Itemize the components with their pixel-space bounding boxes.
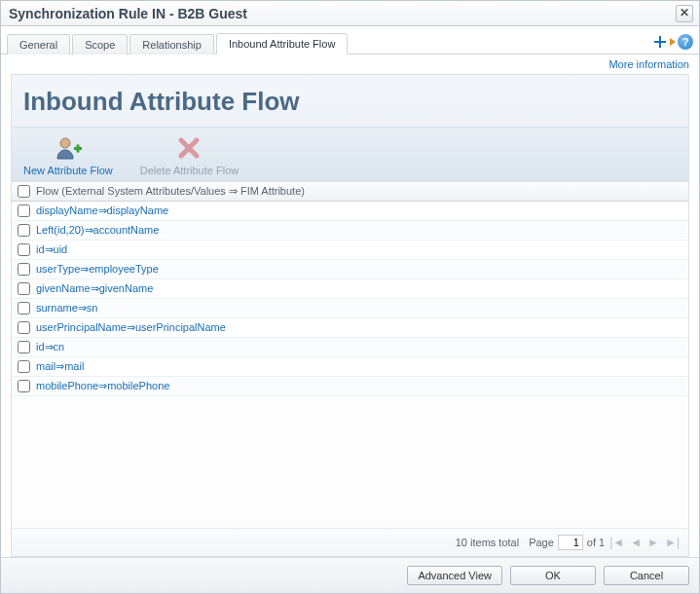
tab-strip: General Scope Relationship Inbound Attri… bbox=[1, 26, 699, 55]
pager-last-icon[interactable]: ►| bbox=[664, 536, 681, 549]
tab-inbound-attribute-flow[interactable]: Inbound Attribute Flow bbox=[216, 33, 348, 55]
pager: Page of 1 |◄ ◄ ► ►| bbox=[529, 535, 681, 550]
row-checkbox[interactable] bbox=[18, 302, 30, 315]
pager-first-icon[interactable]: |◄ bbox=[608, 536, 625, 549]
flow-link[interactable]: displayName⇒displayName bbox=[36, 204, 168, 217]
grid-footer: 10 items total Page of 1 |◄ ◄ ► ►| bbox=[12, 528, 688, 556]
grid-header-row: Flow (External System Attributes/Values … bbox=[12, 181, 688, 202]
dialog-button-bar: Advanced View OK Cancel bbox=[1, 557, 699, 593]
page-label: Page bbox=[529, 537, 554, 548]
row-checkbox[interactable] bbox=[18, 380, 30, 392]
cancel-button[interactable]: Cancel bbox=[604, 566, 689, 585]
toolbar: New Attribute Flow Delete Attribute Flow bbox=[12, 127, 688, 180]
flow-link[interactable]: userType⇒employeeType bbox=[36, 263, 159, 276]
table-row[interactable]: givenName⇒givenName bbox=[12, 279, 688, 299]
flow-link[interactable]: id⇒uid bbox=[36, 243, 67, 256]
flow-link[interactable]: mobilePhone⇒mobilePhone bbox=[36, 380, 169, 392]
content-area: Inbound Attribute Flow New Attribute Flo… bbox=[1, 70, 699, 557]
row-checkbox[interactable] bbox=[18, 243, 30, 256]
row-checkbox[interactable] bbox=[18, 341, 30, 353]
ok-button[interactable]: OK bbox=[510, 566, 596, 585]
page-heading: Inbound Attribute Flow bbox=[23, 87, 677, 117]
table-row[interactable]: id⇒cn bbox=[12, 338, 688, 357]
flow-link[interactable]: givenName⇒givenName bbox=[36, 282, 153, 295]
user-plus-icon bbox=[51, 133, 86, 163]
table-row[interactable]: surname⇒sn bbox=[12, 299, 688, 318]
delete-x-icon bbox=[171, 133, 206, 163]
svg-point-0 bbox=[60, 138, 70, 148]
flow-link[interactable]: id⇒cn bbox=[36, 341, 64, 353]
flow-link[interactable]: surname⇒sn bbox=[36, 302, 97, 315]
dialog-window: Synchronization Rule IN - B2B Guest ✕ Ge… bbox=[0, 0, 700, 594]
row-checkbox[interactable] bbox=[18, 224, 30, 237]
delete-attribute-flow-label: Delete Attribute Flow bbox=[140, 165, 239, 176]
flow-link[interactable]: userPrincipalName⇒userPrincipalName bbox=[36, 321, 226, 334]
flow-link[interactable]: mail⇒mail bbox=[36, 360, 84, 373]
pane-header: Inbound Attribute Flow New Attribute Flo… bbox=[12, 75, 688, 181]
table-row[interactable]: mobilePhone⇒mobilePhone bbox=[12, 377, 688, 396]
page-of-label: of 1 bbox=[587, 537, 605, 548]
close-button[interactable]: ✕ bbox=[676, 5, 693, 22]
more-information-link[interactable]: More information bbox=[608, 58, 689, 70]
pager-next-icon[interactable]: ► bbox=[646, 536, 660, 549]
new-attribute-flow-label: New Attribute Flow bbox=[23, 165, 113, 176]
row-checkbox[interactable] bbox=[18, 263, 30, 276]
title-bar: Synchronization Rule IN - B2B Guest ✕ bbox=[1, 1, 699, 26]
help-icon[interactable]: ? bbox=[678, 34, 693, 50]
row-checkbox[interactable] bbox=[18, 360, 30, 373]
grid-header-label: Flow (External System Attributes/Values … bbox=[36, 185, 305, 198]
more-information-row: More information bbox=[1, 55, 699, 70]
table-row[interactable]: mail⇒mail bbox=[12, 357, 688, 377]
new-attribute-flow-button[interactable]: New Attribute Flow bbox=[23, 133, 113, 176]
delete-attribute-flow-button: Delete Attribute Flow bbox=[140, 133, 239, 176]
row-checkbox[interactable] bbox=[18, 321, 30, 334]
tab-general[interactable]: General bbox=[7, 34, 70, 55]
select-all-checkbox[interactable] bbox=[18, 185, 30, 198]
attribute-flow-grid: Flow (External System Attributes/Values … bbox=[12, 181, 688, 528]
attribute-flow-pane: Inbound Attribute Flow New Attribute Flo… bbox=[11, 74, 689, 557]
items-total-label: 10 items total bbox=[456, 537, 519, 548]
tab-scope[interactable]: Scope bbox=[72, 34, 128, 55]
add-icon[interactable] bbox=[656, 35, 672, 49]
table-row[interactable]: id⇒uid bbox=[12, 241, 688, 260]
svg-rect-2 bbox=[76, 145, 79, 153]
table-row[interactable]: Left(id,20)⇒accountName bbox=[12, 221, 688, 241]
pager-prev-icon[interactable]: ◄ bbox=[629, 536, 643, 549]
tab-relationship[interactable]: Relationship bbox=[129, 34, 214, 55]
table-row[interactable]: userPrincipalName⇒userPrincipalName bbox=[12, 318, 688, 338]
table-row[interactable]: userType⇒employeeType bbox=[12, 260, 688, 279]
window-title: Synchronization Rule IN - B2B Guest bbox=[9, 6, 247, 21]
row-checkbox[interactable] bbox=[18, 282, 30, 295]
advanced-view-button[interactable]: Advanced View bbox=[407, 566, 502, 585]
page-number-input[interactable] bbox=[558, 535, 583, 550]
flow-link[interactable]: Left(id,20)⇒accountName bbox=[36, 224, 159, 237]
row-checkbox[interactable] bbox=[18, 204, 30, 217]
table-row[interactable]: displayName⇒displayName bbox=[12, 202, 688, 221]
